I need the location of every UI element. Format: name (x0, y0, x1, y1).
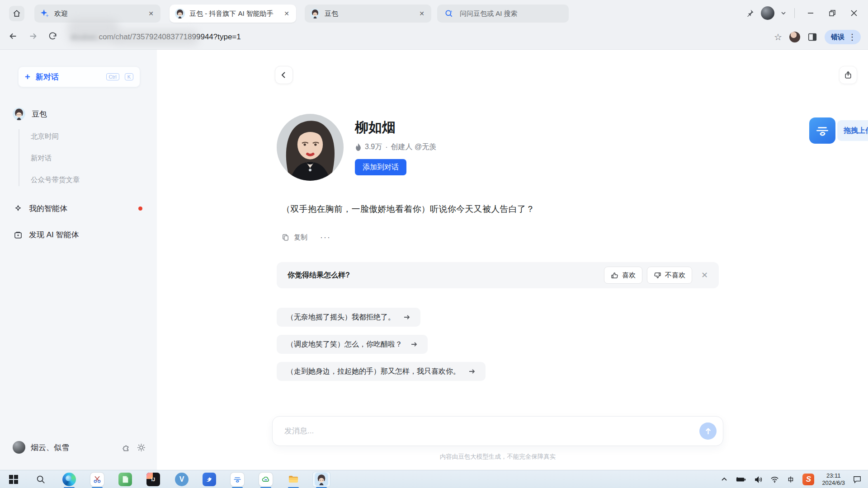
plus-icon: + (25, 72, 30, 82)
browser-chrome: 欢迎 ✕ 豆包 - 抖音旗下 AI 智能助手 ✕ 豆包 ✕ 问问豆包或 AI 搜… (0, 0, 868, 50)
send-button[interactable] (699, 422, 717, 440)
pin-icon[interactable] (745, 9, 755, 18)
feedback-close-icon[interactable]: ✕ (701, 270, 708, 280)
taskbar-snipping-tool[interactable] (88, 472, 106, 487)
taskbar-notes-app[interactable] (116, 472, 134, 487)
edge-icon (62, 473, 76, 486)
notification-center-icon[interactable] (853, 475, 862, 483)
tab-title: 豆包 (325, 9, 413, 18)
history-item[interactable]: 新对话 (31, 154, 52, 163)
intellij-icon: IJ (146, 473, 160, 486)
minimize-button[interactable] (803, 5, 818, 21)
taskbar-file-explorer[interactable] (284, 472, 302, 487)
message-input-bar (272, 416, 723, 446)
reload-icon[interactable] (48, 32, 57, 43)
arrow-right-icon (403, 314, 410, 321)
like-button[interactable]: 喜欢 (604, 267, 642, 284)
close-window-button[interactable] (846, 5, 862, 21)
doubao-extension-icon[interactable] (789, 32, 800, 42)
suggestion-chip[interactable]: （走到她身边，拉起她的手）那又怎样，我只喜欢你。 (277, 362, 486, 381)
error-menu-button[interactable]: 错误 ⋮ (825, 30, 861, 44)
tab-welcome[interactable]: 欢迎 ✕ (34, 5, 160, 23)
doubao-favicon (310, 9, 320, 19)
home-button[interactable] (9, 6, 24, 21)
back-button[interactable] (275, 66, 293, 84)
sidebar-panel-icon[interactable] (807, 32, 817, 42)
arrow-right-icon (468, 368, 476, 375)
suggestion-text: （走到她身边，拉起她的手）那又怎样，我只喜欢你。 (287, 367, 460, 376)
sidebar-item-discover-agents[interactable]: 发现 AI 智能体 (14, 230, 79, 240)
suggestion-text: （调皮地笑了笑）怎么，你吃醋啦？ (287, 340, 402, 349)
dislike-button[interactable]: 不喜欢 (647, 267, 692, 284)
share-button[interactable] (839, 66, 857, 84)
taskbar-edge[interactable] (60, 472, 78, 487)
like-label: 喜欢 (622, 271, 636, 280)
browser-profile-avatar[interactable] (761, 6, 774, 20)
wifi-icon[interactable] (770, 476, 779, 483)
copy-icon[interactable] (282, 234, 289, 241)
tab-title: 欢迎 (54, 9, 142, 18)
tray-chevron-up-icon[interactable] (721, 476, 728, 483)
ime-zhong-icon[interactable] (787, 475, 795, 483)
sogou-input-icon[interactable]: S (802, 474, 814, 485)
tab-doubao[interactable]: 豆包 ✕ (305, 5, 431, 23)
tab-close-icon[interactable]: ✕ (147, 10, 155, 17)
sparkle-icon (14, 204, 23, 213)
thumbs-down-icon (654, 272, 661, 279)
user-account-row[interactable]: 烟云、似雪 (13, 441, 146, 454)
tab-close-icon[interactable]: ✕ (283, 10, 291, 17)
taskbar-v-app[interactable]: V (173, 472, 191, 487)
start-button[interactable] (5, 472, 23, 487)
copy-label[interactable]: 复制 (294, 233, 307, 242)
tab-close-icon[interactable]: ✕ (418, 10, 426, 17)
back-nav-icon[interactable] (8, 31, 18, 43)
sidebar-item-doubao[interactable]: 豆包 (13, 108, 47, 120)
suggestion-chip[interactable]: （调皮地笑了笑）怎么，你吃醋啦？ (277, 335, 428, 354)
bookmark-star-icon[interactable]: ☆ (774, 33, 782, 42)
taskbar-cloud-drive[interactable] (228, 472, 246, 487)
sidebar-item-my-agents[interactable]: 我的智能体 (14, 203, 67, 214)
url-field[interactable]: doubao.com/chat/7357924083771899944?type… (71, 33, 241, 42)
chevron-down-icon[interactable] (781, 10, 786, 16)
message-input[interactable] (284, 417, 682, 446)
kbd-k: K (125, 73, 133, 80)
doubao-app-icon (315, 473, 328, 486)
new-chat-button[interactable]: + 新对话 Ctrl K (18, 66, 140, 87)
battery-icon[interactable] (736, 476, 746, 483)
taskbar-search-button[interactable] (32, 472, 50, 487)
history-item[interactable]: 北京时间 (31, 132, 59, 141)
chat-main (157, 50, 868, 470)
suggestion-text: （无奈地摇了摇头）我都拒绝了。 (287, 313, 395, 322)
feedback-card: 你觉得结果怎么样? 喜欢 不喜欢 ✕ (277, 262, 719, 288)
volume-icon[interactable] (754, 476, 763, 483)
character-avatar (277, 114, 344, 181)
search-icon (36, 474, 46, 484)
settings-gear-icon[interactable] (137, 443, 146, 452)
suggestion-chip[interactable]: （无奈地摇了摇头）我都拒绝了。 (277, 308, 420, 327)
browser-ai-search-box[interactable]: 问问豆包或 AI 搜索 (437, 5, 569, 23)
discover-agents-label: 发现 AI 智能体 (29, 230, 79, 240)
taskbar-intellij[interactable]: IJ (144, 472, 162, 487)
add-to-chat-button[interactable]: 添加到对话 (355, 159, 406, 175)
puzzle-icon[interactable] (122, 443, 131, 452)
drag-upload-label: 拖拽上传 (844, 126, 868, 136)
bot-name: 豆包 (32, 109, 47, 119)
taskbar-netdisk[interactable] (257, 472, 275, 487)
tray-time: 23:11 (826, 472, 841, 479)
divider (794, 8, 795, 18)
address-bar-actions: ☆ 错误 ⋮ (774, 24, 861, 50)
restore-button[interactable] (825, 5, 840, 21)
cloud-drive-icon[interactable] (809, 117, 835, 144)
forward-nav-icon[interactable] (28, 31, 38, 43)
bot-message: （双手抱在胸前，一脸傲娇地看着你）听说你今天又被人告白了？ (282, 203, 734, 215)
taskbar-bird-app[interactable] (200, 472, 218, 487)
kbd-ctrl: Ctrl (106, 73, 119, 80)
taskbar-doubao-app[interactable] (312, 472, 330, 487)
arrow-up-icon (704, 427, 712, 435)
notification-dot (138, 206, 142, 211)
more-actions-icon[interactable]: ··· (320, 233, 331, 242)
taskbar-clock[interactable]: 23:11 2024/6/3 (822, 472, 845, 487)
tab-doubao-active[interactable]: 豆包 - 抖音旗下 AI 智能助手 ✕ (170, 5, 296, 23)
error-label: 错误 (831, 33, 844, 42)
history-item[interactable]: 公众号带货文章 (31, 175, 80, 185)
